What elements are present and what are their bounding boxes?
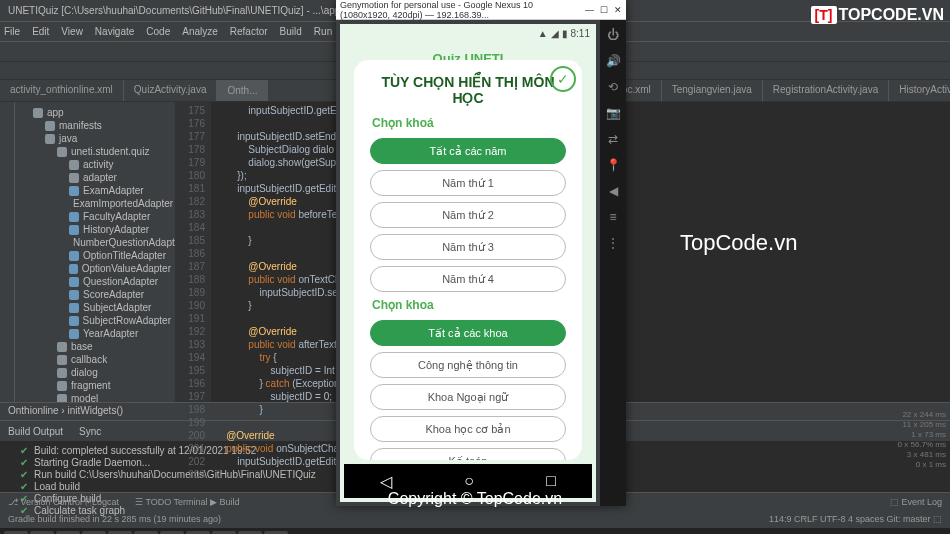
- tab-layout[interactable]: activity_onthionline.xml: [0, 80, 124, 101]
- windows-taskbar[interactable]: 20:1112/01/2021: [0, 528, 950, 534]
- emulator-sidebar[interactable]: ⏻ 🔊 ⟲ 📷 ⇄ 📍 ◀ ≡ ⋮: [600, 20, 626, 506]
- faculty-option[interactable]: Khoa Ngoại ngữ: [370, 384, 566, 410]
- tree-manifests[interactable]: manifests: [15, 119, 175, 132]
- menu-run[interactable]: Run: [314, 26, 332, 37]
- tool-sidebar-left[interactable]: [0, 102, 15, 402]
- check-icon: ✔: [20, 457, 28, 469]
- back-icon[interactable]: ◁: [380, 472, 392, 491]
- tree-file[interactable]: SubjectRowAdapter: [15, 314, 175, 327]
- menu-edit[interactable]: Edit: [32, 26, 49, 37]
- phone-frame: ▲◢▮8:11 Quiz UNETI ✓ TÙY CHỌN HIỂN THỊ M…: [336, 20, 600, 506]
- tree-file[interactable]: ExamImportedAdapter: [15, 197, 175, 210]
- tree-file[interactable]: SubjectAdapter: [15, 301, 175, 314]
- menu-view[interactable]: View: [61, 26, 83, 37]
- tab-tengiangvien[interactable]: Tengiangvien.java: [662, 80, 763, 101]
- modal-title: TÙY CHỌN HIỂN THỊ MÔN HỌC: [364, 74, 572, 106]
- menu-icon[interactable]: ≡: [606, 210, 620, 224]
- close-icon[interactable]: ✕: [614, 5, 622, 15]
- confirm-button[interactable]: ✓: [550, 66, 576, 92]
- folder-icon: [69, 160, 79, 170]
- min-icon[interactable]: —: [585, 5, 594, 15]
- tree-folder[interactable]: model: [15, 392, 175, 402]
- menu-navigate[interactable]: Navigate: [95, 26, 134, 37]
- watermark-copyright: Copyright © TopCode.vn: [0, 490, 950, 508]
- class-icon: [69, 251, 79, 261]
- tab-sync[interactable]: Sync: [79, 426, 101, 437]
- emulator-window[interactable]: Genymotion for personal use - Google Nex…: [336, 0, 626, 506]
- check-icon: ✔: [20, 445, 28, 457]
- volume-icon[interactable]: 🔊: [606, 54, 620, 68]
- faculty-option[interactable]: Khoa học cơ bản: [370, 416, 566, 442]
- tree-file[interactable]: OptionTitleAdapter: [15, 249, 175, 262]
- tab-history[interactable]: HistoryActivity.java: [889, 80, 950, 101]
- class-icon: [69, 212, 79, 222]
- tree-java[interactable]: java: [15, 132, 175, 145]
- more-icon[interactable]: ⋮: [606, 236, 620, 250]
- emulator-titlebar[interactable]: Genymotion for personal use - Google Nex…: [336, 0, 626, 20]
- camera-icon[interactable]: 📷: [606, 106, 620, 120]
- class-icon: [69, 303, 79, 313]
- tree-pkg[interactable]: uneti.student.quiz: [15, 145, 175, 158]
- check-icon: ✔: [20, 469, 28, 481]
- year-option[interactable]: Tất cả các năm: [370, 138, 566, 164]
- class-icon: [69, 186, 79, 196]
- tree-file[interactable]: OptionValueAdapter: [15, 262, 175, 275]
- year-option[interactable]: Năm thứ 4: [370, 266, 566, 292]
- year-option[interactable]: Năm thứ 3: [370, 234, 566, 260]
- tree-folder[interactable]: base: [15, 340, 175, 353]
- menu-file[interactable]: File: [4, 26, 20, 37]
- tree-file[interactable]: YearAdapter: [15, 327, 175, 340]
- menu-build[interactable]: Build: [280, 26, 302, 37]
- folder-icon: [57, 342, 67, 352]
- tree-file[interactable]: ExamAdapter: [15, 184, 175, 197]
- tree-file[interactable]: HistoryAdapter: [15, 223, 175, 236]
- recents-icon[interactable]: □: [546, 472, 556, 490]
- tree-app[interactable]: app: [15, 106, 175, 119]
- tab-quiz[interactable]: QuizActivity.java: [124, 80, 218, 101]
- faculty-option[interactable]: Công nghệ thông tin: [370, 352, 566, 378]
- emulator-title-text: Genymotion for personal use - Google Nex…: [340, 0, 585, 20]
- section-faculty: Chọn khoa: [372, 298, 564, 312]
- tree-activity[interactable]: activity: [15, 158, 175, 171]
- tab-registration[interactable]: RegistrationActivity.java: [763, 80, 889, 101]
- project-tree[interactable]: app manifests java uneti.student.quiz ac…: [15, 102, 175, 402]
- tree-file[interactable]: NumberQuestionAdapter: [15, 236, 175, 249]
- faculty-option[interactable]: Tất cả các khoa: [370, 320, 566, 346]
- year-option[interactable]: Năm thứ 1: [370, 170, 566, 196]
- faculty-option[interactable]: Kế toán: [370, 448, 566, 460]
- folder-icon: [57, 147, 67, 157]
- wifi-icon: ▲: [538, 28, 548, 39]
- folder-icon: [69, 173, 79, 183]
- tree-folder[interactable]: dialog: [15, 366, 175, 379]
- tree-file[interactable]: FacultyAdapter: [15, 210, 175, 223]
- phone-screen[interactable]: ▲◢▮8:11 Quiz UNETI ✓ TÙY CHỌN HIỂN THỊ M…: [340, 24, 596, 502]
- status-msg: Gradle build finished in 22 s 285 ms (19…: [8, 514, 221, 524]
- tree-folder[interactable]: fragment: [15, 379, 175, 392]
- menu-code[interactable]: Code: [146, 26, 170, 37]
- line-gutter: 1751761771781791801811821831841851861871…: [175, 102, 211, 402]
- power-icon[interactable]: ⏻: [606, 28, 620, 42]
- rotate-icon[interactable]: ⟲: [606, 80, 620, 94]
- tree-file[interactable]: QuestionAdapter: [15, 275, 175, 288]
- max-icon[interactable]: ☐: [600, 5, 608, 15]
- tree-file[interactable]: ScoreAdapter: [15, 288, 175, 301]
- battery-icon: ▮: [562, 28, 568, 39]
- home-icon[interactable]: ○: [464, 472, 474, 490]
- tree-adapter[interactable]: adapter: [15, 171, 175, 184]
- menu-refactor[interactable]: Refactor: [230, 26, 268, 37]
- watermark-center: TopCode.vn: [680, 230, 797, 256]
- swap-icon[interactable]: ⇄: [606, 132, 620, 146]
- class-icon: [69, 329, 79, 339]
- tab-onth[interactable]: Onth...: [217, 80, 268, 101]
- android-statusbar: ▲◢▮8:11: [340, 24, 596, 42]
- menu-analyze[interactable]: Analyze: [182, 26, 218, 37]
- folder-icon: [33, 108, 43, 118]
- back-icon[interactable]: ◀: [606, 184, 620, 198]
- folder-icon: [57, 368, 67, 378]
- class-icon: [69, 264, 78, 274]
- gps-icon[interactable]: 📍: [606, 158, 620, 172]
- tree-folder[interactable]: callback: [15, 353, 175, 366]
- filter-modal: ✓ TÙY CHỌN HIỂN THỊ MÔN HỌC Chọn khoá Tấ…: [354, 60, 582, 460]
- tab-build-output[interactable]: Build Output: [8, 426, 63, 437]
- year-option[interactable]: Năm thứ 2: [370, 202, 566, 228]
